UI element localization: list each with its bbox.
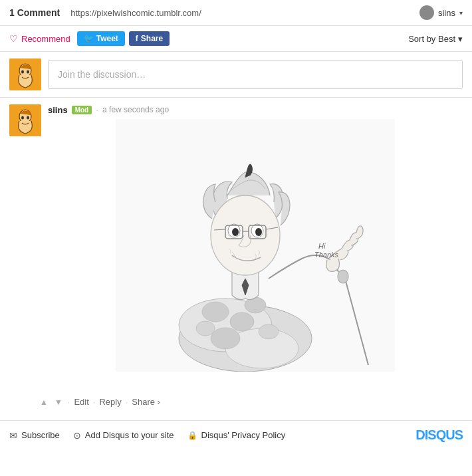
separator-dot: ·: [68, 397, 70, 407]
privacy-policy-link[interactable]: 🔒 Disqus' Privacy Policy: [187, 430, 286, 440]
svg-point-2: [21, 70, 24, 74]
comment-count: 1 Comment: [9, 7, 60, 18]
disqus-logo: DISQUS: [415, 427, 463, 443]
share-link[interactable]: Share ›: [132, 397, 160, 407]
svg-point-6: [21, 116, 24, 120]
comment-time: a few seconds ago: [102, 105, 169, 114]
svg-text:Hi: Hi: [318, 242, 326, 250]
toolbar: ♡ Recommend 🐦 Tweet f Share Sort by Best…: [0, 26, 472, 52]
site-url: https://pixelwishcomic.tumblr.com/: [70, 8, 412, 18]
subscribe-label: Subscribe: [21, 430, 60, 440]
footer-bar: ✉ Subscribe ⊙ Add Disqus to your site 🔒 …: [0, 420, 472, 449]
privacy-label: Disqus' Privacy Policy: [201, 430, 286, 440]
svg-point-7: [27, 116, 29, 120]
avatar-image: [9, 59, 41, 90]
avatar-sketch: [9, 104, 41, 136]
svg-text:Thanks: Thanks: [314, 251, 339, 259]
share-label: Share: [141, 34, 163, 43]
tweet-label: Tweet: [96, 34, 118, 43]
reply-link[interactable]: Reply: [99, 397, 121, 407]
comment-text-input[interactable]: Join the discussion…: [48, 60, 463, 89]
sort-label: Sort by Best: [408, 34, 455, 44]
comment-image: Hi Thanks: [48, 119, 463, 372]
commenter-avatar: [9, 59, 41, 90]
svg-point-23: [232, 228, 239, 236]
user-menu-caret-icon[interactable]: ▾: [459, 9, 463, 17]
comment-body: siins Mod · a few seconds ago: [48, 104, 463, 378]
header-avatar: [419, 5, 434, 20]
comment-input-area: Join the discussion…: [0, 52, 472, 98]
svg-point-14: [211, 328, 240, 349]
vote-down-button[interactable]: ▼: [53, 398, 64, 407]
tweet-button[interactable]: 🐦 Tweet: [77, 31, 125, 46]
sort-dropdown[interactable]: Sort by Best ▾: [408, 34, 463, 44]
add-disqus-label: Add Disqus to your site: [85, 430, 174, 440]
add-disqus-button[interactable]: ⊙ Add Disqus to your site: [73, 430, 174, 441]
recommend-label: Recommend: [21, 34, 70, 44]
comment-username: siins: [48, 105, 68, 115]
svg-point-16: [196, 321, 215, 336]
recommend-button[interactable]: ♡ Recommend: [9, 33, 70, 44]
comment-actions: ▲ ▼ · Edit · Reply · Share ›: [0, 397, 472, 407]
facebook-icon: f: [136, 34, 138, 43]
vote-up-button[interactable]: ▲: [39, 398, 49, 407]
sort-caret-icon: ▾: [458, 34, 463, 44]
sketch-drawing: Hi Thanks: [116, 119, 395, 372]
edit-link[interactable]: Edit: [74, 397, 88, 407]
envelope-icon: ✉: [9, 430, 17, 441]
comment-meta: siins Mod · a few seconds ago: [48, 104, 463, 115]
svg-point-19: [338, 270, 348, 283]
svg-point-17: [259, 324, 279, 339]
comment-section: siins Mod · a few seconds ago: [0, 98, 472, 392]
lock-icon: 🔒: [187, 431, 197, 440]
svg-point-12: [202, 302, 229, 322]
separator-dot3: ·: [126, 397, 128, 407]
heart-icon: ♡: [9, 33, 18, 44]
header-bar: 1 Comment https://pixelwishcomic.tumblr.…: [0, 0, 472, 26]
twitter-icon: 🐦: [84, 34, 94, 43]
header-username: siins: [438, 8, 455, 18]
svg-point-3: [27, 70, 29, 74]
user-area[interactable]: siins ▾: [419, 5, 463, 20]
input-placeholder: Join the discussion…: [58, 69, 146, 80]
svg-point-20: [211, 195, 280, 275]
comment-user-avatar: [9, 104, 41, 136]
separator-dot2: ·: [93, 397, 96, 407]
mod-badge: Mod: [72, 106, 92, 114]
facebook-share-button[interactable]: f Share: [129, 31, 170, 46]
disqus-d-icon: ⊙: [73, 430, 81, 441]
svg-point-13: [230, 312, 254, 331]
subscribe-button[interactable]: ✉ Subscribe: [9, 430, 60, 441]
svg-point-24: [255, 228, 262, 236]
comment-item: siins Mod · a few seconds ago: [9, 104, 463, 378]
